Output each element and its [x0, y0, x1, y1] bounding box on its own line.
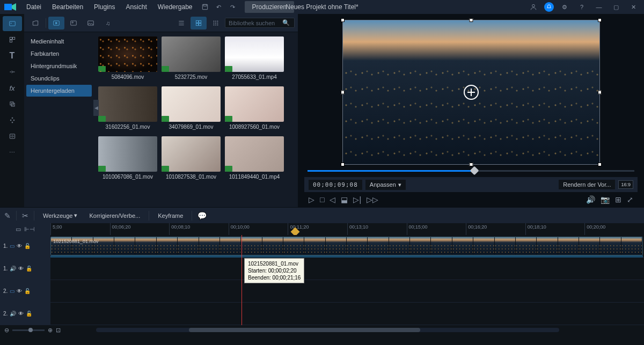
marker-icon[interactable]: ⬓: [341, 195, 348, 204]
settings-icon[interactable]: ⚙: [558, 2, 571, 12]
sidebar-item-bgmusic[interactable]: Hintergrundmusik: [26, 60, 92, 72]
aspect-ratio-button[interactable]: 16:9: [618, 180, 633, 189]
effects-icon[interactable]: fx: [3, 80, 22, 96]
track-video-icon[interactable]: ▭: [10, 243, 14, 249]
handle-br[interactable]: [598, 163, 602, 166]
track-visibility-icon[interactable]: 👁: [17, 288, 22, 294]
handle-mr[interactable]: [598, 91, 602, 94]
transition-icon[interactable]: [3, 64, 22, 79]
preview-viewport[interactable]: [304, 18, 638, 166]
sidebar-item-downloaded[interactable]: Heruntergeladen: [26, 85, 92, 97]
media-item[interactable]: 5232725.mov: [162, 36, 221, 82]
track-content[interactable]: [50, 258, 644, 280]
audio-mix-icon[interactable]: [3, 129, 22, 144]
correct-button[interactable]: Korrigieren/Verbe...: [86, 211, 143, 221]
cut-icon[interactable]: ✂: [22, 211, 28, 220]
particle-icon[interactable]: [3, 113, 22, 128]
center-anchor-icon[interactable]: [464, 85, 479, 100]
undo-icon[interactable]: ↶: [213, 2, 225, 12]
ruler-view-icon[interactable]: ▭: [16, 226, 21, 233]
view-list-icon[interactable]: [173, 17, 189, 30]
sidebar-item-soundclips[interactable]: Soundclips: [26, 72, 92, 84]
media-item[interactable]: 1010067086_01.mov: [98, 136, 157, 182]
handle-ml[interactable]: [341, 91, 345, 94]
media-library-icon[interactable]: [3, 16, 22, 31]
timeline-ruler[interactable]: 5;0000;06;2000;08;1000;10;0000;11;2000;1…: [50, 223, 644, 235]
track-audio-icon[interactable]: 🔊: [10, 266, 16, 271]
subtitles-icon[interactable]: 💬: [197, 211, 207, 220]
track-lock-icon[interactable]: 🔓: [24, 288, 31, 294]
save-icon[interactable]: [199, 2, 211, 12]
maximize-icon[interactable]: ▢: [610, 2, 623, 12]
track-audio-icon[interactable]: 🔊: [10, 311, 16, 317]
track-lock-icon[interactable]: 🔓: [26, 266, 32, 271]
volume-icon[interactable]: 🔊: [586, 195, 595, 204]
track-visibility-icon[interactable]: 👁: [18, 311, 24, 317]
track-video-icon[interactable]: ▭: [10, 288, 14, 294]
play-icon[interactable]: ▷: [309, 195, 314, 204]
fast-forward-icon[interactable]: ▷▷: [367, 195, 378, 204]
ruler-snap-icon[interactable]: ⊩⊣: [24, 226, 35, 233]
media-item[interactable]: 31602256_01.mov: [98, 86, 157, 132]
track-visibility-icon[interactable]: 👁: [17, 243, 22, 249]
preview-video[interactable]: [342, 20, 600, 165]
more-icon[interactable]: ⋯: [3, 145, 22, 160]
fit-dropdown[interactable]: Anpassen▾: [365, 180, 406, 190]
menu-edit[interactable]: Bearbeiten: [47, 1, 88, 13]
overlay-icon[interactable]: [3, 97, 22, 112]
import-icon[interactable]: [27, 17, 43, 30]
dock-icon[interactable]: ⊞: [615, 195, 621, 204]
menu-plugins[interactable]: Plugins: [89, 1, 120, 13]
track-content[interactable]: [50, 280, 644, 302]
notification-icon[interactable]: [544, 2, 554, 12]
minimize-icon[interactable]: —: [592, 2, 605, 12]
zoom-slider[interactable]: [12, 329, 45, 331]
sidebar-item-media[interactable]: Medieninhalt: [26, 35, 92, 47]
track-lock-icon[interactable]: 🔓: [24, 243, 31, 249]
prev-frame-icon[interactable]: ◁: [330, 195, 335, 204]
account-icon[interactable]: [527, 2, 540, 12]
search-input[interactable]: [229, 20, 282, 26]
template-icon[interactable]: [3, 32, 22, 47]
timecode-display[interactable]: 00;00;09;08: [309, 180, 362, 190]
zoom-out-icon[interactable]: ⊖: [4, 327, 9, 334]
view-grid-icon[interactable]: [191, 17, 207, 30]
media-item[interactable]: 1010827538_01.mov: [162, 136, 221, 182]
track-content[interactable]: 1021520881_01.mov: [50, 235, 644, 257]
sidebar-item-colorboards[interactable]: Farbkarten: [26, 48, 92, 60]
popout-icon[interactable]: ⤢: [627, 195, 633, 204]
filter-image-icon[interactable]: [65, 17, 82, 30]
filter-video-icon[interactable]: [48, 17, 64, 30]
media-item[interactable]: 27055633_01.mp4: [225, 36, 284, 82]
next-frame-icon[interactable]: ▷|: [353, 195, 361, 204]
media-item[interactable]: 1011849440_01.mp4: [225, 136, 284, 182]
timeline-clip[interactable]: 1021520881_01.mov: [50, 237, 643, 255]
track-content[interactable]: [50, 303, 644, 325]
close-icon[interactable]: ✕: [627, 2, 640, 12]
menu-playback[interactable]: Wiedergabe: [153, 1, 197, 13]
help-icon[interactable]: ?: [575, 2, 588, 12]
zoom-in-icon[interactable]: ⊕: [48, 327, 53, 334]
menu-view[interactable]: Ansicht: [121, 1, 151, 13]
search-icon[interactable]: 🔍: [282, 19, 290, 26]
keyframe-button[interactable]: Keyframe: [155, 211, 186, 221]
menu-file[interactable]: Datei: [21, 1, 46, 13]
handle-bl[interactable]: [341, 163, 345, 166]
render-preview-button[interactable]: Rendern der Vor...: [559, 180, 615, 189]
eraser-icon[interactable]: ✎: [4, 211, 11, 220]
track-visibility-icon[interactable]: 👁: [18, 266, 24, 271]
media-item[interactable]: 34079869_01.mov: [162, 86, 221, 132]
media-item[interactable]: 1008927560_01.mov: [225, 86, 284, 132]
filter-audio-icon[interactable]: ♫: [100, 17, 116, 30]
view-detail-icon[interactable]: [208, 17, 224, 30]
handle-tl[interactable]: [341, 18, 345, 22]
zoom-fit-icon[interactable]: ⊡: [56, 327, 61, 334]
stop-icon[interactable]: □: [320, 195, 324, 204]
scrub-thumb[interactable]: [470, 166, 479, 175]
handle-mt[interactable]: [469, 18, 473, 22]
collapse-sidebar-icon[interactable]: ◀: [93, 100, 99, 116]
handle-tr[interactable]: [598, 18, 602, 22]
snapshot-icon[interactable]: 📷: [601, 195, 610, 204]
filter-image2-icon[interactable]: [83, 17, 99, 30]
title-icon[interactable]: T: [3, 48, 22, 63]
